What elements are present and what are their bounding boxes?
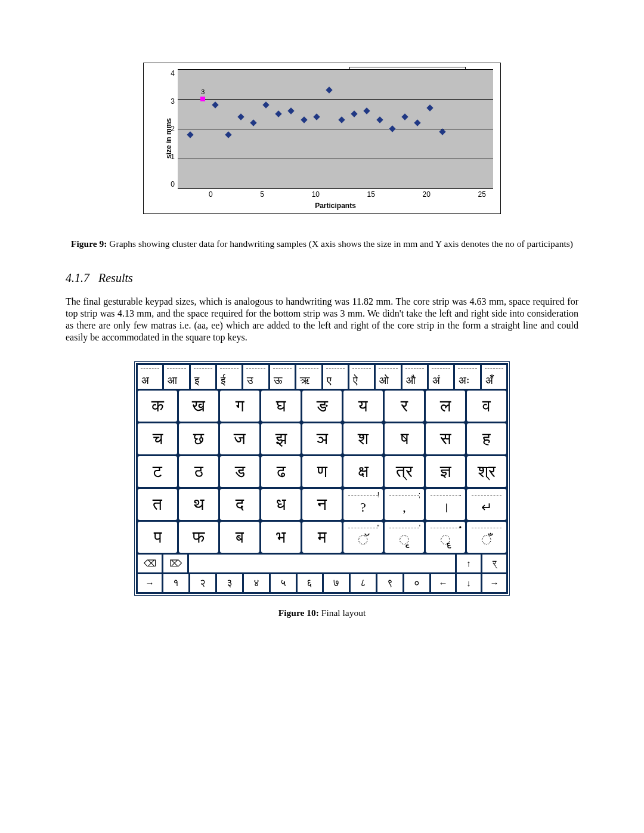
consonant-key[interactable]: व xyxy=(467,391,506,422)
punct-key[interactable]: ;, xyxy=(385,489,424,520)
vowel-key[interactable]: अं xyxy=(429,365,453,389)
consonant-key[interactable]: फ xyxy=(179,522,218,553)
digit-key[interactable]: ५ xyxy=(271,574,296,592)
gridline xyxy=(178,159,493,159)
consonant-key[interactable]: थ xyxy=(179,489,218,520)
vowel-key[interactable]: ओ xyxy=(376,365,400,389)
forward-delete-key[interactable]: ⌦ xyxy=(163,555,187,572)
figure9-caption: Figure 9: Graphs showing cluster data fo… xyxy=(66,238,578,250)
matra-key[interactable]: •ॄ xyxy=(426,522,465,553)
vowel-key[interactable]: अ xyxy=(138,365,162,389)
data-point-diamond-icon xyxy=(427,104,434,111)
consonant-key[interactable]: श्र xyxy=(467,456,506,487)
tab-key[interactable]: → xyxy=(138,574,162,592)
keyboard-outer: अआइईउऊऋएऐओऔअंअःअँ कखगघङयरलव चछजझञशषसह टठ… xyxy=(134,361,510,596)
chart-y-axis-label: size in mms xyxy=(165,118,173,159)
matra-key[interactable]: "ॅ xyxy=(343,522,383,553)
consonant-key[interactable]: ब xyxy=(220,522,259,553)
consonant-key[interactable]: ङ xyxy=(302,391,342,422)
consonant-key[interactable]: स xyxy=(426,423,465,454)
consonant-key[interactable]: प xyxy=(138,522,177,553)
consonant-key[interactable]: ज xyxy=(220,423,259,454)
consonant-key[interactable]: द xyxy=(220,489,259,520)
x-tick: 20 xyxy=(423,190,431,199)
consonant-key[interactable]: ल xyxy=(426,391,465,422)
digit-key[interactable]: ६ xyxy=(298,574,323,592)
consonant-key[interactable]: ख xyxy=(179,391,218,422)
consonant-key[interactable]: ड xyxy=(220,456,259,487)
section-title: Results xyxy=(98,271,133,284)
chart-figure: Bottom Strip Size Plot sizes in mms 90th… xyxy=(66,63,578,214)
data-point-diamond-icon xyxy=(351,110,358,117)
data-point-diamond-icon xyxy=(313,113,320,120)
consonant-key[interactable]: म xyxy=(302,522,342,553)
consonant-key[interactable]: घ xyxy=(261,391,301,422)
consonant-key[interactable]: ट xyxy=(138,456,177,487)
consonant-key[interactable]: क्ष xyxy=(343,456,383,487)
digit-key[interactable]: ७ xyxy=(324,574,349,592)
punct-key[interactable]: ·। xyxy=(426,489,465,520)
digit-key[interactable]: ८ xyxy=(351,574,376,592)
y-tick: 0 xyxy=(171,180,175,188)
consonant-key[interactable]: ह xyxy=(467,423,506,454)
consonant-key[interactable]: ढ xyxy=(261,456,301,487)
vowel-key[interactable]: औ xyxy=(402,365,427,389)
data-point-diamond-icon xyxy=(187,131,193,138)
vowel-key[interactable]: ऊ xyxy=(270,365,295,389)
consonant-key[interactable]: ज्ञ xyxy=(426,456,465,487)
chart-x-ticks: 0510152025 xyxy=(178,188,493,202)
vowel-key[interactable]: ए xyxy=(323,365,348,389)
down-arrow-key[interactable]: ↓ xyxy=(457,574,481,592)
consonant-key[interactable]: ठ xyxy=(179,456,218,487)
consonant-key[interactable]: र xyxy=(385,391,424,422)
keyboard-mixed-row: तथदधन!?;,·।↵ xyxy=(138,489,506,520)
digit-key[interactable]: ० xyxy=(404,574,429,592)
shift-up-key[interactable]: ↑ xyxy=(457,555,481,572)
keyboard-space-row: ⌫ ⌦ ↑ र् xyxy=(138,555,506,572)
enter-key[interactable]: ↵ xyxy=(467,489,506,520)
data-point-diamond-icon xyxy=(250,119,256,126)
vowel-key[interactable]: उ xyxy=(243,365,268,389)
consonant-key[interactable]: त xyxy=(138,489,177,520)
consonant-key[interactable]: ग xyxy=(220,391,259,422)
space-key[interactable] xyxy=(189,555,455,572)
section-heading: 4.1.7 Results xyxy=(66,271,578,285)
gridline xyxy=(178,69,493,70)
consonant-key[interactable]: च xyxy=(138,423,177,454)
figure9-text: Graphs showing cluster data for handwrit… xyxy=(109,239,573,249)
punct-key[interactable]: !? xyxy=(343,489,383,520)
data-point-diamond-icon xyxy=(389,125,395,132)
vowel-key[interactable]: ई xyxy=(217,365,242,389)
backspace-key[interactable]: ⌫ xyxy=(138,555,162,572)
consonant-key[interactable]: झ xyxy=(261,423,301,454)
consonant-key[interactable]: य xyxy=(343,391,383,422)
matra-key[interactable]: ँ xyxy=(467,522,506,553)
digit-key[interactable]: ४ xyxy=(244,574,269,592)
consonant-key[interactable]: ध xyxy=(261,489,301,520)
vowel-key[interactable]: अः xyxy=(455,365,479,389)
reph-key[interactable]: र् xyxy=(482,555,506,572)
digit-key[interactable]: १ xyxy=(163,574,188,592)
keyboard-consonant-row: कखगघङयरलव xyxy=(138,391,506,422)
consonant-key[interactable]: भ xyxy=(261,522,301,553)
digit-key[interactable]: २ xyxy=(190,574,215,592)
vowel-key[interactable]: ऋ xyxy=(296,365,321,389)
right-arrow-key[interactable]: → xyxy=(482,574,506,592)
matra-key[interactable]: 'ृ xyxy=(385,522,424,553)
consonant-key[interactable]: त्र xyxy=(385,456,424,487)
digit-key[interactable]: ९ xyxy=(377,574,402,592)
consonant-key[interactable]: श xyxy=(343,423,383,454)
consonant-key[interactable]: ण xyxy=(302,456,342,487)
consonant-key[interactable]: न xyxy=(302,489,342,520)
vowel-key[interactable]: अँ xyxy=(482,365,506,389)
consonant-key[interactable]: ष xyxy=(385,423,424,454)
left-arrow-key[interactable]: ← xyxy=(431,574,455,592)
keyboard-mixed-row: पफबभम"ॅ'ृ•ॄँ xyxy=(138,522,506,553)
digit-key[interactable]: ३ xyxy=(217,574,242,592)
vowel-key[interactable]: ऐ xyxy=(349,365,374,389)
consonant-key[interactable]: क xyxy=(138,391,177,422)
vowel-key[interactable]: आ xyxy=(164,365,188,389)
consonant-key[interactable]: ञ xyxy=(302,423,342,454)
consonant-key[interactable]: छ xyxy=(179,423,218,454)
vowel-key[interactable]: इ xyxy=(191,365,215,389)
